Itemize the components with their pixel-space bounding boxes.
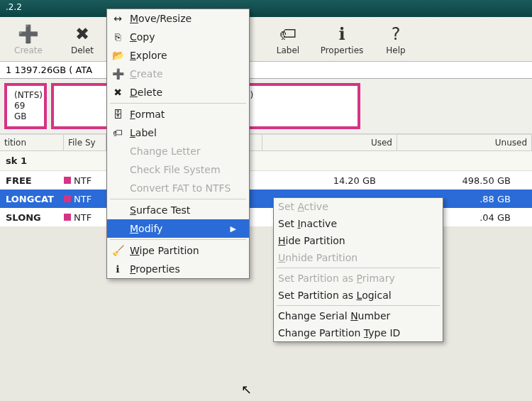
partbox-left-fs: (NTFS) [14, 90, 37, 101]
menu-icon: 🧹 [111, 244, 124, 257]
menu-item-format[interactable]: 🗄Format [107, 105, 249, 123]
menu-item-label: Check File System [130, 164, 221, 175]
main-toolbar: ➕Create✖Delet🏷LabelℹProperties?Help [0, 17, 532, 62]
menu-separator [277, 305, 440, 306]
submenu-item-set-partition-as-logical[interactable]: Set Partition as Logical [274, 287, 443, 304]
menu-icon: ⎘ [111, 31, 124, 43]
delete-button-label: Delet [71, 45, 94, 55]
menu-icon [111, 204, 124, 216]
menu-item-surface-test[interactable]: Surface Test [107, 201, 249, 219]
menu-icon: ↔ [111, 12, 124, 25]
submenu-item-hide-partition[interactable]: Hide Partition [274, 232, 443, 249]
menu-item-label[interactable]: 🏷Label [107, 123, 249, 142]
submenu-item-change-partition-type-id[interactable]: Change Partition Type ID [274, 324, 443, 341]
menu-item-delete[interactable]: ✖Delete [107, 83, 249, 101]
create-button-label: Create [14, 45, 43, 55]
submenu-arrow-icon: ▶ [231, 224, 236, 234]
menu-item-label: Convert FAT to NTFS [130, 182, 231, 194]
menu-icon: 🗄 [111, 108, 124, 121]
menu-icon: ℹ [111, 263, 124, 275]
menu-item-label: Surface Test [130, 204, 190, 216]
menu-item-label: Create [130, 68, 163, 79]
cell-fs: NTF [64, 194, 106, 204]
submenu-item-set-partition-as-primary: Set Partition as Primary [274, 270, 443, 287]
table-row[interactable]: FREENTFB14.20 GB498.50 GB [0, 171, 532, 189]
create-button: ➕Create [3, 23, 54, 55]
submenu-item-set-inactive[interactable]: Set Inactive [274, 215, 443, 232]
title-version: .2.2 [6, 2, 22, 12]
submenu-item-label: Set Partition as Primary [278, 273, 395, 284]
menu-icon: 📂 [111, 49, 124, 62]
submenu-item-label: Set Partition as Logical [278, 290, 392, 301]
menu-item-move-resize[interactable]: ↔Move/Resize [107, 9, 249, 28]
cell-fs: NTF [64, 175, 106, 186]
submenu-item-label: Change Partition Type ID [278, 327, 400, 339]
delete-button-icon: ✖ [69, 23, 96, 45]
menu-item-properties[interactable]: ℹProperties [107, 260, 249, 278]
properties-button-icon: ℹ [328, 23, 355, 45]
menu-separator [277, 268, 440, 268]
submenu-item-label: Hide Partition [278, 235, 345, 246]
menu-item-label: Modify [130, 223, 162, 234]
menu-item-label: Explore [130, 50, 167, 61]
menu-item-label: Copy [130, 31, 155, 43]
disk-header[interactable]: sk 1 [0, 151, 532, 171]
properties-button-label: Properties [321, 45, 364, 55]
menu-item-check-file-system: Check File System [107, 160, 249, 179]
submenu-item-label: Unhide Partition [278, 252, 358, 263]
menu-item-label: Delete [130, 87, 162, 98]
partbox-left-size: 69 GB [14, 101, 37, 122]
fs-swatch-icon [64, 195, 71, 202]
fs-swatch-icon [64, 177, 71, 184]
context-menu: ↔Move/Resize⎘Copy📂Explore➕Create✖Delete🗄… [106, 9, 250, 279]
menu-item-explore[interactable]: 📂Explore [107, 46, 249, 65]
header-unused[interactable]: Unused [397, 135, 532, 150]
partition-bar: (NTFS) 69 GB ISLONG(NTFS) 445.11 GB [0, 79, 532, 134]
menu-item-label: Change Letter [130, 145, 201, 157]
menu-item-label: Properties [130, 263, 180, 275]
modify-submenu: Set ActiveSet InactiveHide PartitionUnhi… [273, 197, 443, 342]
menu-item-convert-fat-to-ntfs: Convert FAT to NTFS [107, 179, 249, 197]
submenu-item-label: Set Active [278, 201, 328, 212]
header-partition[interactable]: tition [0, 135, 64, 150]
menu-icon [111, 163, 124, 176]
menu-item-copy[interactable]: ⎘Copy [107, 28, 249, 46]
table-row[interactable]: SLONGNTF.04 GB [0, 208, 532, 226]
help-button-label: Help [386, 45, 405, 55]
menu-separator [110, 199, 246, 199]
delete-button[interactable]: ✖Delet [57, 23, 108, 55]
titlebar: .2.2 [0, 0, 532, 17]
partition-bar-left[interactable]: (NTFS) 69 GB [4, 83, 47, 129]
properties-button[interactable]: ℹProperties [316, 23, 367, 55]
table-row[interactable]: LONGCATNTF.88 GB [0, 189, 532, 208]
menu-icon [111, 222, 124, 235]
submenu-item-unhide-partition: Unhide Partition [274, 249, 443, 266]
help-button-icon: ? [382, 23, 409, 45]
menu-icon [111, 145, 124, 158]
label-button-icon: 🏷 [275, 23, 301, 45]
header-filesystem[interactable]: File Sy [64, 135, 106, 150]
menu-icon: ➕ [111, 67, 124, 80]
cell-used: 14.20 GB [262, 175, 397, 186]
help-button[interactable]: ?Help [370, 23, 421, 55]
menu-item-label: Move/Resize [130, 13, 192, 24]
menu-item-label: Wipe Partition [130, 245, 199, 256]
submenu-item-set-active: Set Active [274, 198, 443, 215]
cell-unused: 498.50 GB [397, 175, 532, 186]
menu-separator [110, 103, 246, 104]
menu-item-modify[interactable]: Modify▶ [107, 219, 249, 238]
disk-selector[interactable]: 1 1397.26GB ( ATA [0, 62, 532, 79]
cell-partition: LONGCAT [0, 194, 64, 204]
menu-separator [110, 239, 246, 240]
menu-item-wipe-partition[interactable]: 🧹Wipe Partition [107, 241, 249, 260]
cell-fs: NTF [64, 212, 106, 223]
header-used[interactable]: Used [262, 135, 397, 150]
menu-item-label: Format [130, 109, 165, 120]
submenu-item-label: Set Inactive [278, 218, 337, 229]
submenu-item-change-serial-number[interactable]: Change Serial Number [274, 307, 443, 324]
cell-partition: SLONG [0, 212, 64, 223]
disk-selector-text: 1 1397.26GB ( ATA [6, 65, 92, 75]
label-button-label: Label [277, 45, 299, 55]
label-button[interactable]: 🏷Label [262, 23, 314, 55]
partition-table: sk 1 FREENTFB14.20 GB498.50 GBLONGCATNTF… [0, 151, 532, 226]
